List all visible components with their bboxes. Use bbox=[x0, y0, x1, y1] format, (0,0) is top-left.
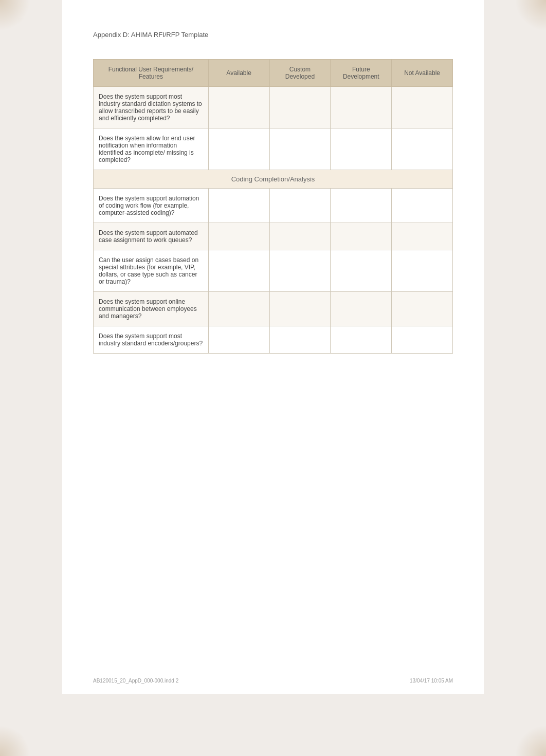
cell-available bbox=[208, 250, 269, 292]
col-header-future: Future Development bbox=[331, 60, 392, 87]
footer-right: 13/04/17 10:05 AM bbox=[410, 678, 453, 684]
cell-not-available bbox=[392, 128, 453, 170]
cell-not-available bbox=[392, 87, 453, 128]
cell-future bbox=[331, 223, 392, 250]
table-row: Does the system allow for end user notif… bbox=[94, 128, 453, 170]
cell-custom bbox=[269, 189, 331, 223]
cell-feature: Does the system allow for end user notif… bbox=[94, 128, 209, 170]
cell-available bbox=[208, 189, 269, 223]
section-header-label: Coding Completion/Analysis bbox=[94, 170, 453, 189]
table-row: Does the system support most industry st… bbox=[94, 87, 453, 128]
cell-future bbox=[331, 128, 392, 170]
table-row: Does the system support most industry st… bbox=[94, 326, 453, 354]
cell-custom bbox=[269, 250, 331, 292]
cell-custom bbox=[269, 128, 331, 170]
col-header-feature: Functional User Requirements/ Features bbox=[94, 60, 209, 87]
cell-feature: Does the system support automated case a… bbox=[94, 223, 209, 250]
cell-available bbox=[208, 87, 269, 128]
section-header: Coding Completion/Analysis bbox=[94, 170, 453, 189]
cell-custom bbox=[269, 292, 331, 326]
cell-future bbox=[331, 292, 392, 326]
cell-future bbox=[331, 326, 392, 354]
cell-custom bbox=[269, 87, 331, 128]
cell-available bbox=[208, 223, 269, 250]
cell-feature: Does the system support most industry st… bbox=[94, 87, 209, 128]
cell-available bbox=[208, 292, 269, 326]
cell-future bbox=[331, 189, 392, 223]
col-header-not-available: Not Available bbox=[392, 60, 453, 87]
table-row: Does the system support automation of co… bbox=[94, 189, 453, 223]
col-header-available: Available bbox=[208, 60, 269, 87]
footer-left: AB120015_20_AppD_000-000.indd 2 bbox=[93, 678, 178, 684]
cell-not-available bbox=[392, 326, 453, 354]
cell-custom bbox=[269, 326, 331, 354]
cell-feature: Does the system support automation of co… bbox=[94, 189, 209, 223]
table-header: Functional User Requirements/ Features A… bbox=[94, 60, 453, 87]
cell-future bbox=[331, 87, 392, 128]
cell-available bbox=[208, 326, 269, 354]
col-header-custom: Custom Developed bbox=[269, 60, 331, 87]
cell-not-available bbox=[392, 223, 453, 250]
table-row: Does the system support online communica… bbox=[94, 292, 453, 326]
cell-not-available bbox=[392, 250, 453, 292]
page-title: Appendix D: AHIMA RFI/RFP Template bbox=[93, 31, 453, 39]
cell-feature: Can the user assign cases based on speci… bbox=[94, 250, 209, 292]
cell-not-available bbox=[392, 292, 453, 326]
cell-not-available bbox=[392, 189, 453, 223]
cell-custom bbox=[269, 223, 331, 250]
table-row: Can the user assign cases based on speci… bbox=[94, 250, 453, 292]
cell-feature: Does the system support online communica… bbox=[94, 292, 209, 326]
table-row: Does the system support automated case a… bbox=[94, 223, 453, 250]
cell-future bbox=[331, 250, 392, 292]
cell-feature: Does the system support most industry st… bbox=[94, 326, 209, 354]
cell-available bbox=[208, 128, 269, 170]
